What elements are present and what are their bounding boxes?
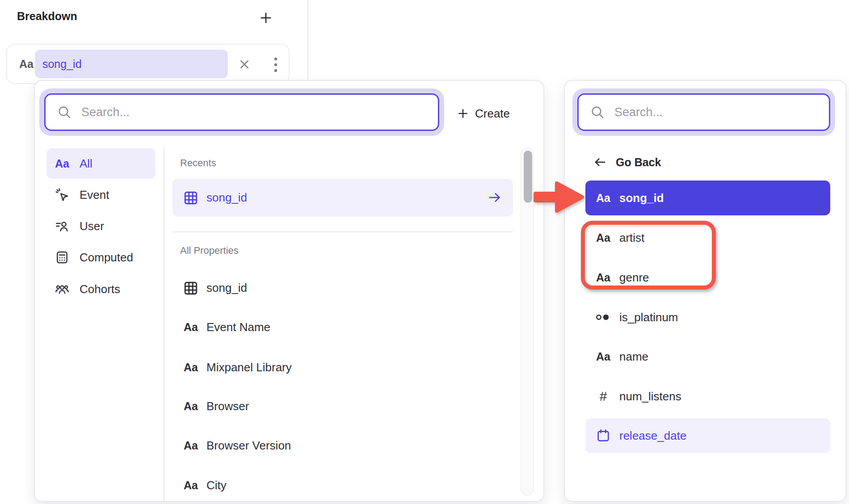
search-field[interactable]	[577, 93, 830, 131]
sub-property-label: is_platinum	[619, 311, 678, 324]
event-cursor-icon	[55, 188, 69, 202]
letter-type-icon: Aa	[184, 321, 198, 334]
arrow-right-icon	[487, 190, 501, 205]
boolean-icon	[596, 312, 611, 323]
remove-breakdown-button[interactable]	[237, 57, 252, 72]
list-column-divider	[164, 147, 164, 502]
letter-type-icon: Aa	[184, 400, 198, 413]
letter-type-icon: Aa	[184, 479, 198, 492]
property-label: City	[206, 479, 227, 492]
letter-type-icon: Aa	[55, 157, 69, 170]
scrollbar-thumb[interactable]	[524, 151, 532, 203]
sub-property-label: num_listens	[619, 390, 681, 403]
property-label: Mixpanel Library	[206, 361, 292, 374]
category-all[interactable]: Aa All	[46, 148, 156, 179]
section-divider	[307, 0, 308, 80]
plus-icon	[457, 108, 469, 119]
create-label: Create	[475, 107, 510, 121]
screen: Breakdown Aa song_id	[0, 0, 849, 504]
arrow-left-icon	[593, 155, 607, 169]
calendar-icon	[596, 428, 610, 443]
sub-property-label: genre	[619, 271, 649, 285]
category-event[interactable]: Event	[46, 180, 156, 210]
property-label: song_id	[206, 191, 247, 205]
sub-property-label: artist	[619, 231, 644, 245]
recents-header: Recents	[180, 157, 216, 169]
chip-property-pill[interactable]: song_id	[35, 50, 228, 78]
category-label: All	[80, 157, 92, 171]
all-properties-header: All Properties	[180, 245, 239, 256]
category-label: Computed	[80, 251, 133, 265]
breakdown-chip[interactable]: Aa song_id	[6, 44, 290, 84]
kebab-icon	[274, 57, 277, 73]
create-property-button[interactable]: Create	[457, 101, 510, 126]
property-song-id[interactable]: song_id	[172, 269, 513, 307]
property-picker-panel: Create Aa All Event	[34, 80, 544, 502]
sub-property-song-id[interactable]: Aa song_id	[585, 181, 830, 215]
category-label: User	[80, 219, 104, 233]
letter-type-icon: Aa	[596, 350, 610, 363]
grid-icon	[183, 190, 199, 206]
property-mixpanel-library[interactable]: Aa Mixpanel Library	[172, 349, 513, 386]
property-label: Browser	[206, 399, 249, 413]
letter-type-icon: Aa	[184, 439, 198, 452]
search-icon	[57, 105, 71, 119]
recent-property-song-id[interactable]: song_id	[172, 179, 513, 217]
people-icon	[55, 282, 69, 296]
sub-property-genre[interactable]: Aa genre	[585, 260, 830, 295]
category-user[interactable]: User	[46, 211, 156, 241]
search-icon	[590, 105, 605, 119]
sub-property-label: name	[619, 350, 648, 364]
search-field[interactable]	[44, 93, 439, 131]
sub-property-name[interactable]: Aa name	[585, 339, 830, 374]
sub-property-label: release_date	[619, 429, 686, 443]
property-browser-version[interactable]: Aa Browser Version	[172, 427, 513, 465]
grid-icon	[183, 280, 199, 296]
property-label: Event Name	[206, 320, 270, 334]
sub-property-num-listens[interactable]: # num_listens	[585, 379, 830, 414]
category-label: Event	[80, 188, 109, 202]
close-icon	[237, 57, 252, 72]
chip-menu-button[interactable]	[269, 56, 282, 73]
sub-property-panel: Go Back Aa song_id Aa artist Aa genre is…	[564, 80, 846, 502]
property-browser[interactable]: Aa Browser	[172, 387, 513, 425]
user-icon	[55, 219, 69, 233]
go-back-button[interactable]: Go Back	[593, 151, 661, 173]
category-computed[interactable]: Computed	[46, 242, 156, 273]
search-input[interactable]	[614, 105, 782, 120]
sub-property-label: song_id	[619, 191, 664, 205]
property-city[interactable]: Aa City	[172, 466, 513, 504]
calculator-icon	[55, 250, 69, 265]
category-label: Cohorts	[80, 282, 120, 296]
plus-icon	[259, 11, 273, 25]
property-label: song_id	[206, 281, 247, 295]
property-event-name[interactable]: Aa Event Name	[172, 308, 513, 346]
letter-type-icon: Aa	[596, 192, 610, 205]
property-type-icon: Aa	[19, 58, 34, 71]
property-label: Browser Version	[206, 439, 291, 453]
letter-type-icon: Aa	[596, 271, 610, 284]
go-back-label: Go Back	[616, 156, 661, 169]
section-divider	[172, 231, 513, 232]
sub-property-release-date[interactable]: release_date	[585, 418, 830, 453]
sub-property-is-platinum[interactable]: is_platinum	[585, 300, 830, 335]
category-cohorts[interactable]: Cohorts	[46, 274, 156, 304]
add-breakdown-button[interactable]	[257, 9, 275, 27]
search-input[interactable]	[80, 105, 349, 120]
sub-property-artist[interactable]: Aa artist	[585, 220, 830, 255]
chip-property-label: song_id	[42, 58, 82, 71]
number-type-icon: #	[600, 389, 607, 404]
letter-type-icon: Aa	[184, 361, 198, 374]
breakdown-title: Breakdown	[17, 10, 77, 23]
letter-type-icon: Aa	[596, 231, 610, 244]
